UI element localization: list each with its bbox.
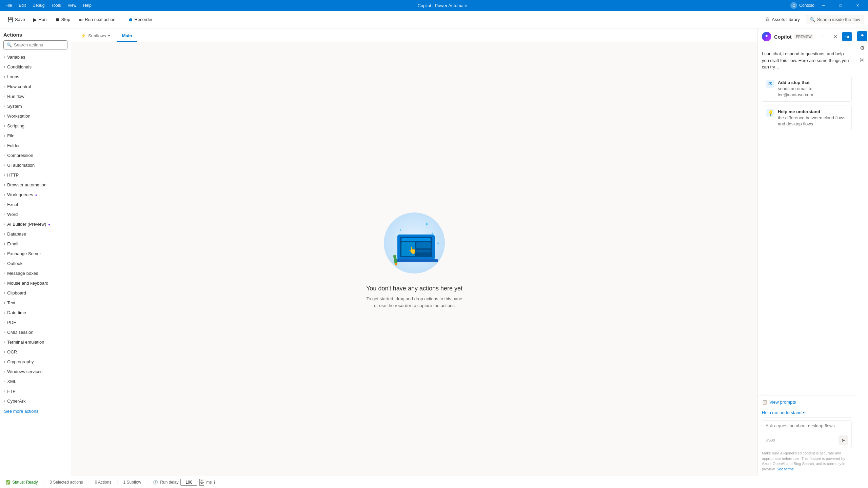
chevron-icon: › [4, 222, 5, 226]
action-item-database[interactable]: › Database [0, 229, 71, 239]
action-label: Flow control [7, 84, 31, 89]
run-next-action-button[interactable]: ⏭ Run next action [75, 15, 119, 24]
action-item-http[interactable]: › HTTP [0, 170, 71, 180]
menu-tools[interactable]: Tools [48, 2, 63, 9]
copilot-intro-text: I can chat, respond to questions, and he… [762, 50, 852, 70]
action-item-text[interactable]: › Text [0, 298, 71, 308]
action-item-file[interactable]: › File [0, 131, 71, 141]
help-understand-text: Help me understand the difference betwee… [778, 109, 847, 127]
copilot-more-options-button[interactable]: ··· [819, 32, 829, 41]
action-item-word[interactable]: › Word [0, 209, 71, 219]
action-item-excel[interactable]: › Excel [0, 200, 71, 209]
status-ready: ✅ Status: Ready [5, 480, 38, 485]
hmu-dropdown-icon[interactable]: ▾ [803, 411, 805, 414]
chevron-icon: › [4, 281, 5, 285]
action-label: Excel [7, 202, 18, 207]
action-item-mouse-keyboard[interactable]: › Mouse and keyboard [0, 278, 71, 288]
search-flow[interactable]: 🔍 Search inside the flow [806, 15, 864, 24]
action-item-email[interactable]: › Email [0, 239, 71, 249]
stop-icon: ⏹ [55, 17, 60, 22]
menu-edit[interactable]: Edit [16, 2, 28, 9]
copilot-close-button[interactable]: ✕ [831, 32, 840, 41]
action-item-compression[interactable]: › Compression [0, 150, 71, 160]
menu-view[interactable]: View [65, 2, 79, 9]
action-item-system[interactable]: › System [0, 101, 71, 111]
copilot-suggestion-add-step[interactable]: ✉ Add a step that sends an email to lee@… [762, 76, 852, 102]
action-item-work-queues[interactable]: › Work queues ♦ [0, 190, 71, 200]
action-item-run-flow[interactable]: › Run flow [0, 92, 71, 101]
action-item-ocr[interactable]: › OCR [0, 347, 71, 357]
action-item-message-boxes[interactable]: › Message boxes [0, 268, 71, 278]
action-item-ui-automation[interactable]: › UI automation [0, 160, 71, 170]
chevron-icon: › [4, 154, 5, 157]
action-item-loops[interactable]: › Loops [0, 72, 71, 82]
view-prompts-button[interactable]: 📋 View prompts [762, 400, 796, 405]
action-item-exchange-server[interactable]: › Exchange Server [0, 249, 71, 259]
username: Contoso [799, 3, 814, 8]
variables-right-icon-button[interactable]: {x} [857, 54, 867, 64]
action-item-cryptography[interactable]: › Cryptography [0, 357, 71, 367]
menu-help[interactable]: Help [80, 2, 94, 9]
search-actions-box[interactable]: 🔍 [3, 40, 67, 49]
run-button[interactable]: ▶ Run [30, 15, 50, 24]
action-label: OCR [7, 349, 17, 354]
run-delay-input[interactable] [180, 479, 197, 486]
run-delay-up-button[interactable]: ▲ [199, 479, 204, 482]
settings-right-icon-button[interactable]: ⚙ [857, 43, 867, 53]
action-item-workstation[interactable]: › Workstation [0, 111, 71, 121]
chevron-icon: › [4, 85, 5, 88]
search-actions-input[interactable] [14, 42, 64, 47]
action-item-conditionals[interactable]: › Conditionals [0, 62, 71, 72]
empty-illustration: ✦ ✦ ✦ · ✦ [380, 209, 448, 277]
copilot-right-icon-button[interactable] [857, 31, 867, 41]
copilot-expand-button[interactable]: ⇥ [842, 32, 852, 41]
titlebar-left: File Edit Debug Tools View Help [3, 2, 94, 9]
canvas-area: ⚡ Subflows ▾ Main ✦ ✦ ✦ · ✦ [71, 28, 757, 476]
action-label: Browser automation [7, 182, 46, 187]
copilot-panel: Copilot PREVIEW ··· ✕ ⇥ I can chat, resp… [757, 28, 856, 476]
help-me-understand-label[interactable]: Help me understand [762, 410, 802, 415]
recorder-button[interactable]: ⏺ Recorder [125, 15, 156, 24]
action-item-date-time[interactable]: › Date time [0, 308, 71, 318]
action-label: Run flow [7, 94, 24, 99]
copilot-input-footer: 0/500 ➤ [766, 435, 848, 445]
action-label: Mouse and keyboard [7, 281, 48, 286]
subflows-dropdown-icon[interactable]: ▾ [108, 34, 110, 38]
menu-file[interactable]: File [3, 2, 15, 9]
maximize-button[interactable]: □ [833, 0, 848, 11]
chevron-icon: › [4, 114, 5, 118]
save-button[interactable]: 💾 Save [4, 15, 28, 24]
tab-subflows[interactable]: ⚡ Subflows ▾ [75, 30, 115, 42]
action-item-variables[interactable]: › Variables [0, 52, 71, 62]
action-item-flow-control[interactable]: › Flow control [0, 82, 71, 92]
close-button[interactable]: ✕ [850, 0, 865, 11]
action-item-xml[interactable]: › XML [0, 377, 71, 386]
action-item-scripting[interactable]: › Scripting [0, 121, 71, 131]
copilot-chat-input[interactable] [766, 423, 848, 433]
chevron-icon: › [4, 65, 5, 69]
action-item-ftp[interactable]: › FTP [0, 386, 71, 396]
minimize-button[interactable]: ─ [816, 0, 831, 11]
see-more-actions[interactable]: See more actions [0, 406, 71, 416]
send-button[interactable]: ➤ [839, 435, 848, 445]
assets-library-button[interactable]: 🏛 Assets Library [762, 15, 803, 24]
action-item-browser-automation[interactable]: › Browser automation [0, 180, 71, 190]
tab-main[interactable]: Main [117, 30, 138, 42]
action-item-folder[interactable]: › Folder [0, 141, 71, 150]
copilot-suggestion-help-understand[interactable]: 💡 Help me understand the difference betw… [762, 105, 852, 131]
menu-debug[interactable]: Debug [30, 2, 47, 9]
run-delay-down-button[interactable]: ▼ [199, 482, 204, 486]
action-item-cyberark[interactable]: › CyberArk [0, 396, 71, 406]
svg-text:✦: ✦ [399, 228, 402, 232]
action-item-ai-builder[interactable]: › AI Builder (Preview) ♦ [0, 219, 71, 229]
see-terms-link[interactable]: See terms [776, 467, 793, 471]
action-item-pdf[interactable]: › PDF [0, 318, 71, 327]
action-item-clipboard[interactable]: › Clipboard [0, 288, 71, 298]
chevron-icon: › [4, 173, 5, 177]
action-item-windows-services[interactable]: › Windows services [0, 367, 71, 377]
clock-icon: 🕐 [153, 480, 158, 485]
action-item-outlook[interactable]: › Outlook [0, 259, 71, 268]
action-item-terminal-emulation[interactable]: › Terminal emulation [0, 337, 71, 347]
stop-button[interactable]: ⏹ Stop [52, 15, 74, 24]
action-item-cmd-session[interactable]: › CMD session [0, 327, 71, 337]
